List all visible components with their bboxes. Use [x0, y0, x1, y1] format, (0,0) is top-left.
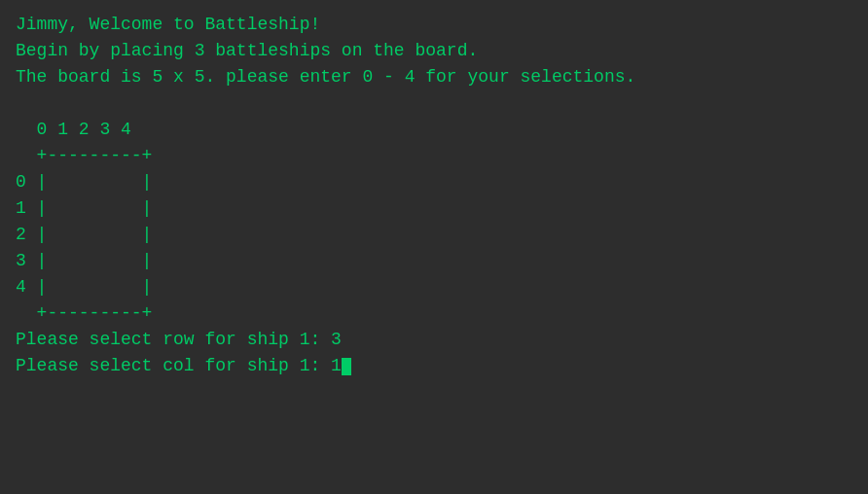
line-row-0: 0 | |: [16, 169, 852, 195]
line-row-prompt: Please select row for ship 1: 3: [16, 327, 852, 353]
line-1: Jimmy, Welcome to Battleship!: [16, 12, 852, 38]
line-col-header: 0 1 2 3 4: [16, 117, 852, 143]
empty-line: [16, 90, 852, 117]
line-row-1: 1 | |: [16, 195, 852, 222]
line-2: Begin by placing 3 battleships on the bo…: [16, 38, 852, 64]
terminal: Jimmy, Welcome to Battleship! Begin by p…: [16, 12, 852, 482]
line-bottom-border: +---------+: [16, 300, 852, 327]
line-row-4: 4 | |: [16, 274, 852, 300]
line-top-border: +---------+: [16, 143, 852, 169]
line-col-prompt: Please select col for ship 1: 1: [16, 353, 852, 379]
cursor[interactable]: [342, 358, 351, 375]
line-row-3: 3 | |: [16, 248, 852, 274]
line-3: The board is 5 x 5. please enter 0 - 4 f…: [16, 64, 852, 90]
col-prompt-text: Please select col for ship 1: 1: [16, 356, 342, 375]
line-row-2: 2 | |: [16, 222, 852, 248]
